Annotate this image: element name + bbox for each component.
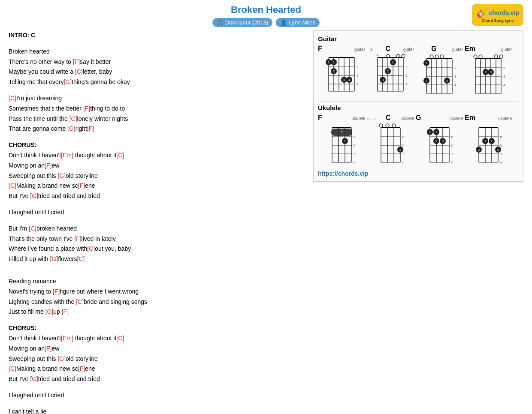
lyrics-line-10: Moving on an[F]ew <box>9 161 305 171</box>
lyrics-line-12: [C]Making a brand new sc[F]ene <box>9 181 305 191</box>
album-icon: 🎵 <box>217 19 224 26</box>
svg-point-124 <box>386 124 389 127</box>
chord-panel-url[interactable]: https://chords.vip <box>318 170 519 177</box>
lyrics-line-16: That's the only town I've [F]lived in la… <box>9 234 305 244</box>
svg-rect-0 <box>329 57 354 58</box>
svg-text:2fr: 2fr <box>450 144 453 147</box>
lyrics-line-1: Broken hearted <box>9 47 305 57</box>
logo-text: chords.vip <box>489 9 520 16</box>
lyrics-line-8: That are gonna come [G]right[F] <box>9 124 305 134</box>
svg-text:4fr: 4fr <box>405 82 408 86</box>
chord-Em-guitar: Em guitar <box>465 45 512 98</box>
chord-F-uke-type: ukulele <box>351 116 365 121</box>
svg-text:4fr: 4fr <box>357 82 359 86</box>
svg-text:1: 1 <box>435 131 437 134</box>
svg-text:2: 2 <box>333 69 335 73</box>
lyrics-column: INTRO: C Broken hearted There's no other… <box>9 30 305 414</box>
ukulele-section-title: Ukulele <box>318 104 519 111</box>
svg-point-125 <box>392 124 396 127</box>
chord-F-type: guitar <box>354 47 365 52</box>
svg-text:1fr: 1fr <box>402 135 405 139</box>
svg-text:3fr: 3fr <box>357 74 359 78</box>
svg-text:2: 2 <box>340 130 342 134</box>
svg-text:3: 3 <box>343 78 345 82</box>
chord-C-uke-diagram: 1fr 2fr 3fr 4fr 3 <box>367 122 414 167</box>
ukulele-chord-row: F ukulele <box>318 114 519 167</box>
meta-badges: 🎵 Downpour (2013) 👤 Lynn Miles <box>9 18 523 27</box>
svg-text:3fr: 3fr <box>402 152 405 156</box>
chord-G-label: G <box>431 45 436 53</box>
chord-Em-type: guitar <box>501 47 512 52</box>
svg-text:2: 2 <box>435 140 437 143</box>
lyrics-line-23: Don't think I haven't[Em] thought about … <box>9 333 305 344</box>
chord-G-diagram: 2fr 3fr 4fr 2 3 <box>416 53 463 98</box>
svg-text:2: 2 <box>426 61 428 65</box>
chord-F-uke-diagram: 1fr 2fr 3fr 4fr 2 1 <box>318 122 365 167</box>
svg-point-63 <box>435 55 438 58</box>
svg-text:1: 1 <box>333 60 335 64</box>
lyrics-line-2: There's no other way to [F]say it better <box>9 57 305 67</box>
site-logo: 🎸 chords.vip Chord Song Lyric <box>472 4 523 26</box>
svg-point-88 <box>499 55 503 58</box>
svg-text:3: 3 <box>426 79 428 83</box>
svg-text:4fr: 4fr <box>503 83 505 87</box>
svg-point-85 <box>474 55 477 58</box>
svg-text:1fr: 1fr <box>499 135 502 139</box>
chord-C-uke-opens: ○ ○ ○ <box>367 117 376 121</box>
lyrics-line-28: I laughed until I cried <box>9 390 305 401</box>
svg-rect-93 <box>332 127 351 128</box>
chord-G-uke-diagram: 1fr 2fr 3fr 4fr 2 1 2 3 <box>416 122 463 167</box>
svg-rect-149 <box>479 127 498 128</box>
lyrics-section: INTRO: C Broken hearted There's no other… <box>9 30 305 414</box>
lyrics-line-13: But I've [G]tried and tried and tried <box>9 191 305 201</box>
lyrics-line-18: Filled it up with [G]flowers[C] <box>9 254 305 264</box>
song-title: Broken Hearted <box>9 4 523 15</box>
page-header: Broken Hearted 🎵 Downpour (2013) 👤 Lynn … <box>9 4 523 27</box>
lyrics-line-20: Novel's trying to [F]figure out where I … <box>9 287 305 297</box>
svg-text:2: 2 <box>429 131 431 134</box>
lyrics-line-4: Telling me that every[G]thing's gonna be… <box>9 77 305 87</box>
svg-rect-128 <box>430 127 449 128</box>
lyrics-line-5: [C]I'm just dreaming <box>9 93 305 104</box>
album-badge: 🎵 Downpour (2013) <box>212 18 272 27</box>
lyrics-line-6: Sometimes that's the better [F]thing to … <box>9 104 305 114</box>
svg-rect-110 <box>381 127 400 128</box>
svg-text:3fr: 3fr <box>454 75 456 78</box>
chord-Em-uke-diagram: 1fr 2fr 3fr 4fr 1 1 2 3 <box>465 122 512 167</box>
chorus-label-2: CHORUS: <box>9 323 305 333</box>
svg-text:3: 3 <box>490 70 492 74</box>
chord-C-uke-label: C <box>386 114 391 122</box>
artist-icon: 👤 <box>280 19 287 26</box>
chord-Em-uke-label: Em <box>465 114 475 122</box>
chorus-label-1: CHORUS: <box>9 140 305 150</box>
svg-text:3: 3 <box>442 140 444 143</box>
svg-text:2fr: 2fr <box>405 65 408 69</box>
chord-G-ukulele: G ukulele <box>416 114 463 167</box>
section-divider <box>318 101 519 102</box>
svg-text:×: × <box>376 53 378 57</box>
chord-C-guitar: x C guitar <box>367 45 414 98</box>
svg-text:3fr: 3fr <box>353 152 356 156</box>
svg-text:2fr: 2fr <box>503 66 505 70</box>
svg-text:2: 2 <box>485 70 487 74</box>
svg-text:1: 1 <box>490 139 493 143</box>
svg-text:1fr: 1fr <box>353 135 356 139</box>
svg-text:2fr: 2fr <box>499 144 502 147</box>
chord-Em-uke-type: ukulele <box>498 116 512 121</box>
svg-point-62 <box>430 55 433 58</box>
svg-text:4: 4 <box>348 78 351 82</box>
lyrics-line-9: Don't think I haven't[Em] thought about … <box>9 150 305 161</box>
lyrics-line-29: I can't tell a lie <box>9 407 305 414</box>
svg-point-123 <box>379 124 383 127</box>
lyrics-line-24: Moving on an[F]ew <box>9 344 305 354</box>
svg-text:3fr: 3fr <box>405 74 408 78</box>
chord-C-x: x <box>370 47 373 52</box>
svg-point-64 <box>440 55 444 58</box>
guitar-section-title: Guitar <box>318 35 519 42</box>
svg-text:2fr: 2fr <box>353 144 356 147</box>
svg-text:3fr: 3fr <box>450 152 453 156</box>
chord-F-guitar: F guitar <box>318 45 365 98</box>
lyrics-line-11: Sweeping out this [G]old storyline <box>9 171 305 181</box>
lyrics-line-17: Where I've found a place with[C]out you,… <box>9 244 305 254</box>
album-label: Downpour (2013) <box>225 19 268 26</box>
